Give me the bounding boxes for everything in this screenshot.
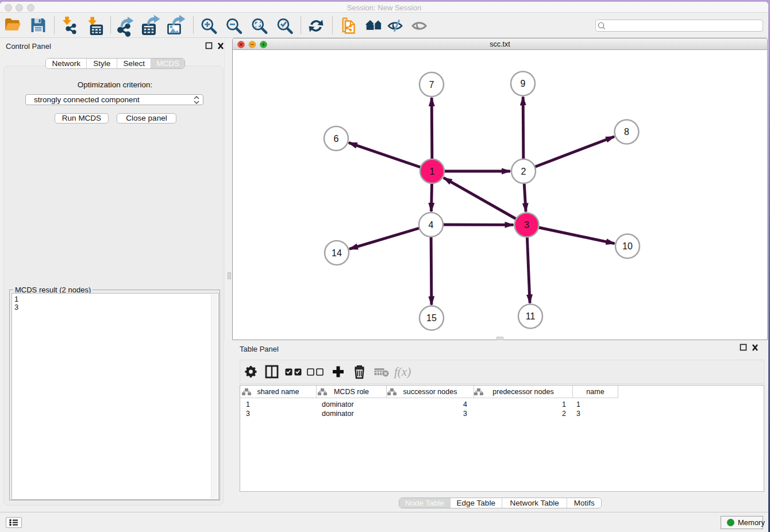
svg-text:10: 10: [622, 241, 633, 251]
svg-text:4: 4: [429, 220, 434, 230]
svg-text:15: 15: [426, 313, 437, 323]
svg-text:14: 14: [332, 248, 342, 258]
svg-text:1: 1: [430, 167, 435, 176]
svg-text:11: 11: [526, 311, 536, 321]
svg-text:7: 7: [429, 80, 434, 90]
svg-text:3: 3: [524, 220, 529, 230]
svg-text:9: 9: [521, 79, 526, 88]
svg-text:8: 8: [624, 127, 629, 137]
svg-text:f(x): f(x): [394, 365, 411, 379]
svg-text:6: 6: [334, 134, 339, 144]
svg-text:2: 2: [521, 167, 526, 176]
